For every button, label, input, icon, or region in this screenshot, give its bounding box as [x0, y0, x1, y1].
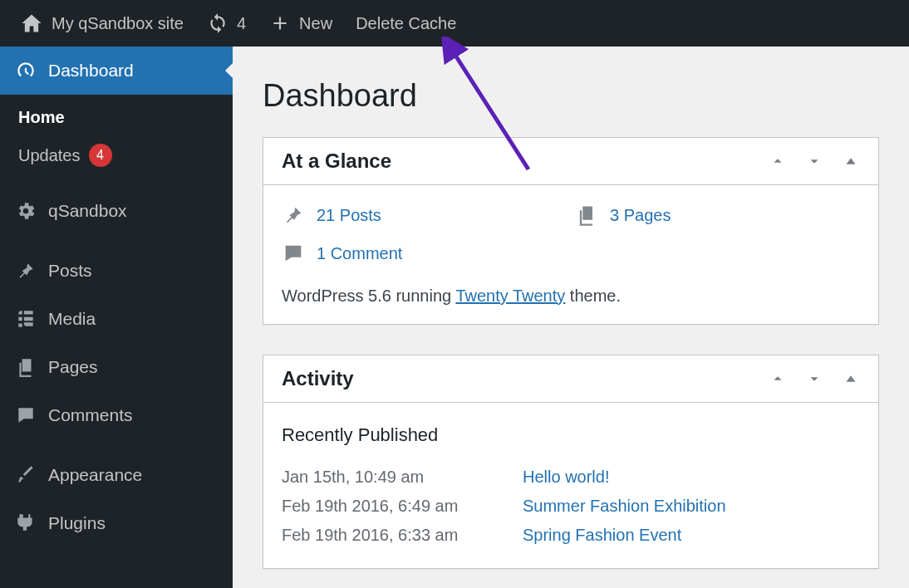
activity-post-link[interactable]: Hello world!	[523, 468, 609, 487]
glance-posts-link[interactable]: 21 Posts	[317, 206, 381, 225]
sidebar-separator	[0, 235, 233, 247]
widget-activity: Activity Recently Published Jan 15th, 10…	[263, 355, 879, 569]
activity-list: Jan 15th, 10:49 am Hello world! Feb 19th…	[282, 463, 860, 550]
sidebar-item-pages[interactable]: Pages	[0, 343, 233, 391]
updates-icon	[207, 12, 228, 34]
triangle-up-icon	[842, 152, 860, 170]
adminbar-updates[interactable]: 4	[195, 0, 258, 47]
gear-icon	[15, 200, 37, 222]
plus-icon	[269, 12, 291, 34]
admin-sidebar: Dashboard Home Updates 4 qSandbox Posts …	[0, 47, 233, 588]
chevron-down-icon	[805, 370, 823, 388]
page-title: Dashboard	[263, 78, 879, 114]
widget-controls	[769, 370, 860, 388]
glance-pages[interactable]: 3 Pages	[575, 203, 860, 227]
widget-header: Activity	[263, 355, 878, 403]
sidebar-dashboard-label: Dashboard	[48, 61, 134, 81]
pin-icon	[15, 260, 37, 282]
adminbar-updates-count: 4	[237, 14, 246, 33]
triangle-up-icon	[842, 370, 860, 388]
theme-link[interactable]: Twenty Twenty	[455, 287, 565, 305]
activity-date: Jan 15th, 10:49 am	[282, 468, 498, 487]
sidebar-submenu-dashboard: Home Updates 4	[0, 95, 233, 187]
activity-recent-heading: Recently Published	[282, 424, 860, 446]
move-down-button[interactable]	[805, 152, 823, 170]
widget-title: Activity	[282, 367, 354, 390]
sidebar-item-label: Pages	[48, 357, 98, 377]
move-up-button[interactable]	[769, 152, 787, 170]
glance-pages-link[interactable]: 3 Pages	[610, 206, 671, 225]
adminbar-site-link[interactable]: My qSandbox site	[8, 0, 195, 47]
chevron-up-icon	[769, 370, 787, 388]
home-icon	[20, 12, 43, 35]
wp-version-text: WordPress 5.6 running Twenty Twenty them…	[282, 287, 860, 306]
media-icon	[15, 308, 37, 330]
comment-icon	[15, 404, 37, 426]
activity-post-link[interactable]: Summer Fashion Exhibition	[523, 497, 726, 516]
chevron-up-icon	[769, 152, 787, 170]
activity-date: Feb 19th 2016, 6:33 am	[282, 526, 498, 545]
dashboard-icon	[15, 60, 37, 81]
sidebar-sub-updates[interactable]: Updates 4	[0, 135, 233, 175]
sidebar-item-plugins[interactable]: Plugins	[0, 499, 233, 547]
updates-badge: 4	[89, 144, 112, 167]
pages-icon	[575, 203, 598, 227]
brush-icon	[15, 464, 37, 486]
sidebar-item-label: Appearance	[48, 465, 142, 485]
toggle-panel-button[interactable]	[842, 370, 860, 388]
sidebar-item-media[interactable]: Media	[0, 295, 233, 343]
widget-body: Recently Published Jan 15th, 10:49 am He…	[263, 403, 878, 568]
widget-body: 21 Posts 3 Pages 1 Comment WordPress 5.6…	[263, 185, 878, 324]
activity-post-link[interactable]: Spring Fashion Event	[523, 526, 681, 545]
sidebar-item-appearance[interactable]: Appearance	[0, 451, 233, 499]
pin-icon	[282, 203, 305, 227]
chevron-down-icon	[805, 152, 823, 170]
wp-version-suffix: theme.	[565, 287, 621, 305]
adminbar-delete-cache-label: Delete Cache	[356, 14, 456, 33]
move-up-button[interactable]	[769, 370, 787, 388]
adminbar-new-label: New	[299, 14, 332, 33]
adminbar-delete-cache[interactable]: Delete Cache	[344, 0, 468, 47]
pages-icon	[15, 356, 37, 378]
sidebar-sub-home[interactable]: Home	[0, 100, 233, 135]
glance-posts[interactable]: 21 Posts	[282, 203, 567, 227]
plugin-icon	[15, 512, 37, 534]
glance-comments-link[interactable]: 1 Comment	[317, 244, 402, 263]
activity-row: Feb 19th 2016, 6:33 am Spring Fashion Ev…	[282, 521, 860, 550]
activity-date: Feb 19th 2016, 6:49 am	[282, 497, 498, 516]
sidebar-item-label: Comments	[48, 405, 133, 425]
sidebar-sub-updates-label: Updates	[18, 146, 81, 165]
sidebar-item-label: Media	[48, 309, 96, 329]
admin-bar: My qSandbox site 4 New Delete Cache	[0, 0, 909, 47]
sidebar-sub-home-label: Home	[18, 108, 65, 127]
main-content: Dashboard At a Glance 21 Posts 3 Pages	[233, 47, 909, 588]
adminbar-new-link[interactable]: New	[258, 0, 344, 47]
sidebar-item-comments[interactable]: Comments	[0, 391, 233, 439]
sidebar-separator	[0, 439, 233, 451]
sidebar-item-label: Plugins	[48, 513, 106, 533]
sidebar-item-posts[interactable]: Posts	[0, 247, 233, 295]
widget-controls	[769, 152, 860, 170]
toggle-panel-button[interactable]	[842, 152, 860, 170]
adminbar-site-name: My qSandbox site	[52, 14, 184, 33]
widget-title: At a Glance	[282, 149, 391, 173]
move-down-button[interactable]	[805, 370, 823, 388]
sidebar-item-label: qSandbox	[48, 201, 127, 221]
sidebar-item-dashboard[interactable]: Dashboard	[0, 47, 233, 95]
activity-row: Feb 19th 2016, 6:49 am Summer Fashion Ex…	[282, 492, 860, 521]
comment-icon	[282, 242, 305, 265]
glance-comments[interactable]: 1 Comment	[282, 242, 567, 265]
sidebar-item-label: Posts	[48, 261, 92, 281]
activity-row: Jan 15th, 10:49 am Hello world!	[282, 463, 860, 492]
widget-at-a-glance: At a Glance 21 Posts 3 Pages 1 Com	[263, 137, 879, 325]
sidebar-item-qsandbox[interactable]: qSandbox	[0, 187, 233, 235]
wp-version-prefix: WordPress 5.6 running	[282, 287, 455, 305]
widget-header: At a Glance	[263, 138, 878, 185]
